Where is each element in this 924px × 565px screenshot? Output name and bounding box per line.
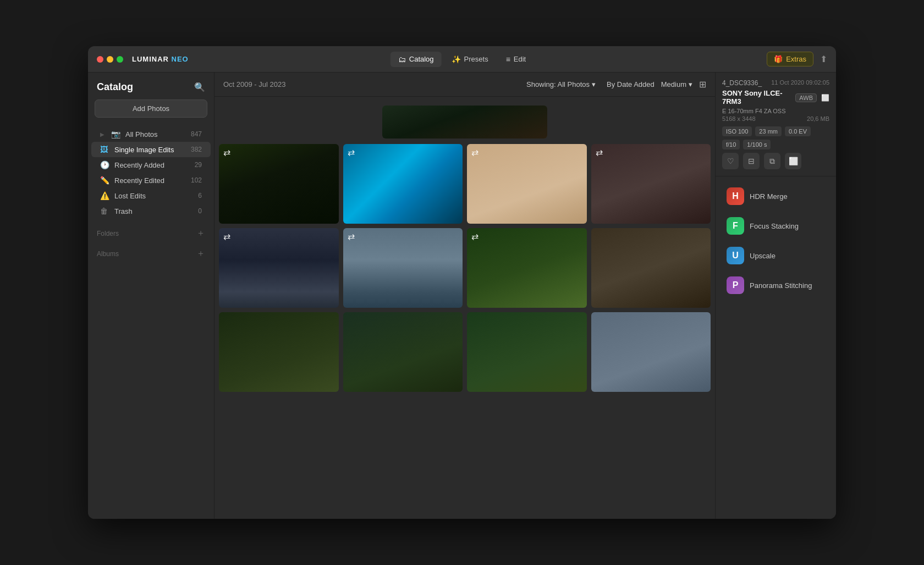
zoom-dropdown[interactable]: Medium ▾ [661,80,692,88]
close-button[interactable] [97,56,103,63]
sidebar-item-recently-added[interactable]: 🕐 Recently Added 29 [91,157,211,173]
lost-edits-icon: ⚠️ [100,191,110,200]
search-icon[interactable]: 🔍 [194,82,205,92]
photo-row-top-partial [219,101,711,140]
nav-edit[interactable]: ≡ Edit [498,52,534,67]
catalog-icon: 🗂 [398,55,406,64]
nav-catalog[interactable]: 🗂 Catalog [391,52,442,67]
photo-thumb-mountain-storm[interactable]: ⇄ [219,228,339,308]
recently-edited-count: 102 [191,176,202,184]
extras-label: Extras [786,55,806,63]
folders-label: Folders [97,230,119,237]
photo-thumb-forest-man1[interactable] [219,312,339,392]
hdr-merge-label: HDR Merge [750,192,788,201]
copy-button[interactable]: ⊟ [743,153,760,169]
photo-lens: E 16-70mm F4 ZA OSS [722,108,829,114]
traffic-lights [97,56,123,63]
sort-button[interactable]: By Date Added [607,80,654,88]
tool-upscale[interactable]: U Upscale [720,241,832,270]
recently-edited-icon: ✏️ [100,176,110,185]
add-folder-icon[interactable]: ＋ [196,228,205,239]
photo-dimensions: 5168 x 3448 20,6 MB [722,115,829,122]
nav-presets[interactable]: ✨ Presets [444,52,496,67]
photo-date: 11 Oct 2020 09:02:05 [771,79,829,86]
presets-icon: ✨ [452,55,461,64]
lost-edits-label: Lost Edits [114,192,194,200]
grid-view-toggle[interactable]: ⊞ [699,79,706,90]
sidebar-item-all-photos[interactable]: ▶ 📷 All Photos 847 [91,126,211,142]
tool-hdr-merge[interactable]: H HDR Merge [720,182,832,211]
focal-badge: 23 mm [755,126,782,136]
content-toolbar: Oct 2009 - Jul 2023 Showing: All Photos … [215,73,715,97]
minimize-button[interactable] [107,56,113,63]
tools-list: H HDR Merge F Focus Stacking U Upscale P… [716,176,836,512]
photo-thumb-portrait-dark[interactable]: ⇄ [591,144,711,224]
photo-thumb-top[interactable] [382,106,547,139]
showing-dropdown[interactable]: Showing: All Photos ▾ [522,78,600,91]
recently-added-icon: 🕐 [100,160,110,169]
sidebar-item-lost-edits[interactable]: ⚠️ Lost Edits 6 [91,188,211,203]
photo-thumb-forest-man2[interactable] [343,312,463,392]
edit-indicator-icon: ⇄ [223,147,230,158]
title-bar: LUMINAR NEO 🗂 Catalog ✨ Presets ≡ Edit 🎁… [88,46,836,73]
content-area: Oct 2009 - Jul 2023 Showing: All Photos … [215,73,715,519]
edit-indicator-icon-3: ⇄ [471,147,479,158]
sidebar-item-trash[interactable]: 🗑 Trash 0 [91,203,211,219]
photo-thumb-portrait-f[interactable]: ⇄ [467,144,587,224]
ev-badge: 0.0 EV [785,126,811,136]
photo-row-3 [219,312,711,392]
tool-focus-stacking[interactable]: F Focus Stacking [720,212,832,240]
sidebar-item-single-image-edits[interactable]: 🖼 Single Image Edits 382 [91,142,211,157]
share-icon[interactable]: ⬆ [820,54,827,64]
add-photos-button[interactable]: Add Photos [95,99,207,118]
photo-thumb-mountain-road[interactable]: ⇄ [343,228,463,308]
photo-grid: ⇄ ⇄ ⇄ ⇄ [215,97,715,519]
photo-info: 4_DSC9336_ 11 Oct 2020 09:02:05 SONY Son… [716,79,836,176]
sidebar-item-recently-edited[interactable]: ✏️ Recently Edited 102 [91,173,211,188]
edit-icon: ≡ [506,55,510,64]
awb-badge: AWB [795,93,817,102]
photo-thumb-jungle-portrait[interactable]: ⇄ [467,228,587,308]
aperture-badge: f/10 [722,140,740,149]
tool-panorama-stitching[interactable]: P Panorama Stitching [720,271,832,300]
photo-thumb-surf[interactable]: ⇄ [343,144,463,224]
trash-label: Trash [114,207,194,215]
maximize-button[interactable] [117,56,123,63]
photo-thumb-garden-man[interactable] [467,312,587,392]
presets-label: Presets [464,55,488,63]
iso-badge: ISO 100 [722,126,752,136]
upscale-label: Upscale [750,252,776,260]
photo-row-1: ⇄ ⇄ ⇄ ⇄ [219,144,711,224]
photo-thumb-outdoor-man[interactable] [591,228,711,308]
edit-indicator-icon-4: ⇄ [596,147,603,158]
sidebar-header: Catalog 🔍 [88,81,214,99]
photo-actions: ♡ ⊟ ⧉ ⬜ [722,153,829,169]
photo-thumb-dark-trees[interactable]: ⇄ [219,144,339,224]
favorite-button[interactable]: ♡ [722,153,739,169]
trash-count: 0 [198,207,202,215]
trash-icon: 🗑 [100,207,110,215]
photo-filename: 4_DSC9336_ [722,79,762,87]
edit-label: Edit [514,55,526,63]
edit-indicator-icon-2: ⇄ [348,147,355,158]
edit-indicator-icon-6: ⇄ [348,231,355,242]
photos-icon: 📷 [111,130,121,139]
expand-icon: ▶ [100,131,105,137]
catalog-label: Catalog [409,55,434,63]
app-logo: LUMINAR NEO [132,55,189,63]
edit-indicator-icon-7: ⇄ [471,231,479,242]
photo-thumb-street-woman[interactable] [591,312,711,392]
extras-button[interactable]: 🎁 Extras [767,52,813,67]
compare-button[interactable]: ⧉ [764,153,780,169]
title-nav: 🗂 Catalog ✨ Presets ≡ Edit [391,52,534,67]
single-edits-icon: 🖼 [100,145,110,154]
more-button[interactable]: ⬜ [785,153,801,169]
recently-added-label: Recently Added [114,161,190,169]
albums-section-header: Albums ＋ [88,241,214,262]
add-album-icon[interactable]: ＋ [196,248,205,259]
folders-section-header: Folders ＋ [88,221,214,241]
raw-icon: ⬜ [821,94,829,102]
lost-edits-count: 6 [198,192,202,200]
photo-meta-row: 4_DSC9336_ 11 Oct 2020 09:02:05 [722,79,829,87]
sidebar-library-section: ▶ 📷 All Photos 847 🖼 Single Image Edits … [88,126,214,219]
